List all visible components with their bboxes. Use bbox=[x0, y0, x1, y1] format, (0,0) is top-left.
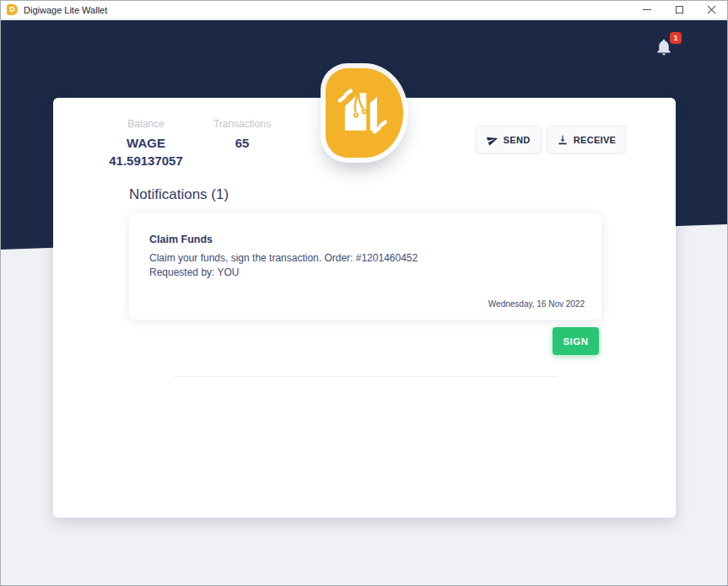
notification-requested-by: Requested by: YOU bbox=[149, 266, 581, 280]
balance-label: Balance bbox=[87, 118, 205, 130]
transactions-label: Transactions bbox=[191, 118, 294, 130]
send-button[interactable]: SEND bbox=[475, 126, 542, 153]
balance-currency: WAGE bbox=[87, 134, 205, 152]
maximize-button[interactable] bbox=[663, 1, 695, 19]
digiwage-logo bbox=[326, 68, 403, 158]
wallet-actions: SEND RECEIVE bbox=[475, 126, 626, 153]
divider bbox=[174, 376, 558, 377]
close-icon bbox=[707, 5, 716, 14]
notification-count-badge: 1 bbox=[670, 32, 682, 44]
title-bar: D Digiwage Lite Wallet bbox=[1, 1, 727, 19]
notifications-heading: Notifications (1) bbox=[129, 186, 229, 203]
window-title: Digiwage Lite Wallet bbox=[24, 5, 107, 15]
app-window: D Digiwage Lite Wallet 1 bbox=[0, 0, 728, 586]
transactions-stat: Transactions 65 bbox=[191, 118, 294, 152]
send-icon bbox=[487, 134, 499, 146]
maximize-icon bbox=[676, 6, 683, 13]
notification-title: Claim Funds bbox=[149, 234, 581, 245]
notification-bell-button[interactable]: 1 bbox=[655, 37, 675, 57]
transactions-count: 65 bbox=[191, 134, 294, 152]
notification-message: Claim your funds, sign the transaction. … bbox=[149, 251, 581, 266]
minimize-icon bbox=[643, 9, 651, 10]
sign-button[interactable]: SIGN bbox=[553, 327, 599, 355]
receive-icon bbox=[557, 134, 569, 146]
window-controls bbox=[631, 1, 727, 19]
balance-amount: 41.59137057 bbox=[87, 152, 205, 169]
receive-button-label: RECEIVE bbox=[574, 135, 616, 145]
notification-date: Wednesday, 16 Nov 2022 bbox=[488, 299, 585, 309]
notification-card: Claim Funds Claim your funds, sign the t… bbox=[129, 213, 601, 320]
balance-stat: Balance WAGE 41.59137057 bbox=[87, 118, 205, 169]
wallet-card: Balance WAGE 41.59137057 Transactions 65… bbox=[53, 98, 676, 518]
send-button-label: SEND bbox=[504, 135, 531, 145]
digiwage-emblem-icon bbox=[336, 87, 393, 139]
receive-button[interactable]: RECEIVE bbox=[547, 126, 626, 153]
minimize-button[interactable] bbox=[631, 1, 663, 19]
app-logo-icon: D bbox=[7, 4, 18, 15]
close-button[interactable] bbox=[695, 1, 727, 19]
